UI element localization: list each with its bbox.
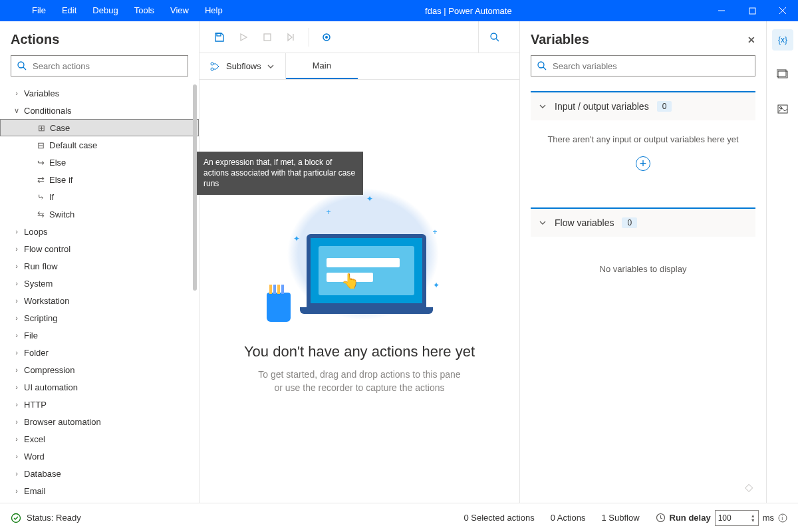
svg-point-17 <box>538 62 544 68</box>
tab-main[interactable]: Main <box>286 53 358 79</box>
tree-category-folder[interactable]: ›Folder <box>0 344 199 361</box>
tree-category-label: Scripting <box>21 313 58 323</box>
tree-action-case[interactable]: ⊞Case <box>0 119 199 136</box>
tree-action-label: Case <box>47 123 70 133</box>
step-button[interactable] <box>281 27 302 48</box>
svg-rect-1 <box>749 8 755 14</box>
menu-debug[interactable]: Debug <box>84 0 126 21</box>
tree-category-ui-automation[interactable]: ›UI automation <box>0 378 199 396</box>
tree-action-if[interactable]: ⤷If <box>0 188 199 205</box>
io-variables-header[interactable]: Input / output variables 0 <box>531 92 755 120</box>
info-icon[interactable]: i <box>778 513 787 523</box>
svg-line-18 <box>543 67 546 70</box>
maximize-button[interactable] <box>737 0 767 21</box>
tree-category-run-flow[interactable]: ›Run flow <box>0 257 199 275</box>
record-button[interactable] <box>316 27 337 48</box>
menu-file[interactable]: File <box>24 0 54 21</box>
tree-category-database[interactable]: ›Database <box>0 465 199 482</box>
flow-variables-header[interactable]: Flow variables 0 <box>531 209 755 237</box>
tree-action-default-case[interactable]: ⊟Default case <box>0 136 199 154</box>
spinner-buttons[interactable]: ▲▼ <box>751 513 755 523</box>
rail-images-button[interactable] <box>772 98 793 120</box>
tree-category-label: Run flow <box>21 261 58 271</box>
canvas[interactable]: ✦ + ✦ + ✦ 👆 You don't have any actions h… <box>200 80 519 503</box>
tree-category-variables[interactable]: ›Variables <box>0 84 199 102</box>
tree-category-scripting[interactable]: ›Scripting <box>0 309 199 327</box>
clear-variables-button[interactable]: ◇ <box>520 477 766 497</box>
run-delay-label: Run delay <box>670 513 711 523</box>
subflows-dropdown[interactable]: Subflows <box>200 53 286 79</box>
default-case-icon: ⊟ <box>35 140 47 150</box>
tree-category-email[interactable]: ›Email <box>0 482 199 499</box>
run-delay-input[interactable]: 100 ▲▼ <box>715 510 759 526</box>
close-button[interactable] <box>767 0 798 21</box>
tree-category-workstation[interactable]: ›Workstation <box>0 292 199 309</box>
tree-action-label: Default case <box>47 140 97 150</box>
save-button[interactable] <box>209 27 230 48</box>
case-icon: ⊞ <box>35 123 47 133</box>
tree-action-else-if[interactable]: ⇄Else if <box>0 171 199 188</box>
minimize-button[interactable] <box>706 0 737 21</box>
tree-category-label: Conditionals <box>21 106 72 116</box>
tree-action-switch[interactable]: ⇆Switch <box>0 205 199 223</box>
clock-icon <box>656 513 666 523</box>
svg-point-4 <box>18 62 24 68</box>
menu-tools[interactable]: Tools <box>126 0 162 21</box>
else-icon: ↪ <box>35 158 47 168</box>
tree-category-system[interactable]: ›System <box>0 275 199 292</box>
svg-point-15 <box>211 63 213 65</box>
tree-category-excel[interactable]: ›Excel <box>0 430 199 448</box>
tree-category-browser-automation[interactable]: ›Browser automation <box>0 413 199 430</box>
tree-category-file[interactable]: ›File <box>0 327 199 344</box>
actions-search[interactable] <box>11 55 188 76</box>
rail-ui-elements-button[interactable] <box>772 64 793 85</box>
tree-action-else[interactable]: ↪Else <box>0 154 199 171</box>
tree-category-http[interactable]: ›HTTP <box>0 396 199 413</box>
empty-subtitle: To get started, drag and drop actions to… <box>258 368 460 394</box>
chevron-right-icon: › <box>12 418 21 426</box>
tree-category-label: Flow control <box>21 244 70 254</box>
chevron-right-icon: › <box>12 366 21 374</box>
tree-category-compression[interactable]: ›Compression <box>0 361 199 378</box>
svg-point-23 <box>779 107 781 109</box>
actions-panel: Actions ›Variables∨Conditionals⊞Case⊟Def… <box>0 21 200 503</box>
tree-action-label: Else if <box>47 175 72 185</box>
status-ok-icon <box>11 513 21 523</box>
svg-line-5 <box>23 67 26 70</box>
variables-search[interactable] <box>531 55 755 76</box>
stop-button[interactable] <box>257 27 278 48</box>
tree-category-label: Excel <box>21 434 45 444</box>
menu-edit[interactable]: Edit <box>54 0 84 21</box>
actions-search-input[interactable] <box>27 61 182 71</box>
variables-search-input[interactable] <box>547 61 749 71</box>
svg-marker-9 <box>288 34 292 41</box>
add-io-variable-button[interactable]: + <box>636 156 650 171</box>
run-button[interactable] <box>233 27 254 48</box>
search-flow-button[interactable] <box>478 21 510 53</box>
chevron-right-icon: › <box>12 89 21 97</box>
menu-view[interactable]: View <box>162 0 197 21</box>
tree-category-label: Word <box>21 452 45 462</box>
tree-category-label: Database <box>21 469 61 479</box>
chevron-down-icon <box>267 63 275 70</box>
status-bar: Status: Ready 0 Selected actions 0 Actio… <box>0 503 798 532</box>
tree-category-conditionals[interactable]: ∨Conditionals <box>0 102 199 119</box>
switch-icon: ⇆ <box>35 209 47 219</box>
tree-category-loops[interactable]: ›Loops <box>0 223 199 240</box>
chevron-right-icon: › <box>12 452 21 460</box>
io-variables-label: Input / output variables <box>555 101 649 112</box>
tree-category-label: HTTP <box>21 400 47 410</box>
tree-category-word[interactable]: ›Word <box>0 448 199 465</box>
chevron-right-icon: › <box>12 245 21 253</box>
empty-title: You don't have any actions here yet <box>244 343 475 360</box>
menu-help[interactable]: Help <box>197 0 231 21</box>
chevron-down-icon <box>539 219 547 227</box>
tree-category-flow-control[interactable]: ›Flow control <box>0 240 199 257</box>
rail-variables-button[interactable]: {x} <box>772 29 793 51</box>
svg-rect-6 <box>217 33 221 36</box>
flow-variables-empty: No variables to display <box>539 264 747 274</box>
status-action-count: 0 Actions <box>551 513 586 523</box>
close-variables-button[interactable]: ✕ <box>747 35 755 45</box>
actions-tree[interactable]: ›Variables∨Conditionals⊞Case⊟Default cas… <box>0 84 199 503</box>
svg-marker-7 <box>241 34 247 41</box>
